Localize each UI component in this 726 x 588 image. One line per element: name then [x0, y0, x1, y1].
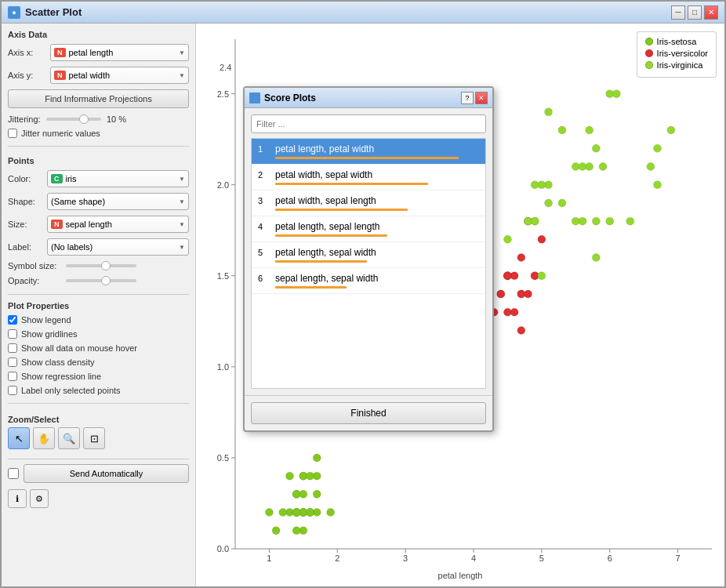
label-selected-label: Label only selected points: [21, 386, 121, 395]
axis-y-badge: N: [54, 71, 66, 80]
opacity-row: Opacity:: [8, 276, 189, 285]
score-list-item[interactable]: 4 petal length, sepal length: [252, 216, 485, 242]
close-button[interactable]: ✕: [704, 5, 718, 20]
score-text: petal length, sepal width: [275, 247, 479, 258]
divider-2: [8, 294, 189, 295]
label-selected-checkbox[interactable]: [8, 386, 17, 395]
axis-y-label: Axis y:: [8, 71, 45, 80]
size-badge: N: [51, 220, 63, 229]
shape-arrow: ▼: [179, 198, 185, 205]
score-bar: [275, 260, 367, 263]
modal-close-button[interactable]: ✕: [475, 92, 488, 104]
score-num: 1: [258, 143, 270, 154]
score-text: petal length, sepal length: [275, 221, 479, 232]
divider-1: [8, 146, 189, 147]
score-list-item[interactable]: 3 petal width, sepal length: [252, 191, 485, 216]
show-all-data-label: Show all data on mouse hover: [21, 343, 137, 353]
zoom-tools: ↖ ✋ 🔍 ⊡: [8, 427, 189, 449]
size-value: sepal length: [66, 220, 176, 229]
zoom-section: Zoom/Select ↖ ✋ 🔍 ⊡: [8, 415, 189, 449]
filter-input[interactable]: [251, 114, 486, 133]
title-bar: ● Scatter Plot ─ □ ✕: [2, 2, 724, 24]
score-bar: [275, 209, 408, 211]
axis-y-row: Axis y: N petal width ▼: [8, 67, 189, 84]
legend-label-setosa: Iris-setosa: [657, 37, 697, 46]
modal-title-text: Score Plots: [264, 93, 316, 103]
send-auto-button[interactable]: Send Automatically: [24, 464, 189, 483]
size-combo[interactable]: N sepal length ▼: [47, 216, 189, 233]
minimize-button[interactable]: ─: [671, 5, 685, 20]
find-projections-button[interactable]: Find Informative Projections: [8, 89, 189, 108]
show-legend-label: Show legend: [21, 315, 71, 325]
show-gridlines-checkbox[interactable]: [8, 329, 17, 339]
select-tool-button[interactable]: ↖: [8, 427, 30, 449]
divider-3: [8, 403, 189, 404]
jitter-numeric-checkbox[interactable]: [8, 129, 17, 138]
jitter-numeric-label: Jitter numeric values: [21, 129, 100, 138]
modal-title-left: Score Plots: [249, 93, 316, 103]
score-text: petal width, sepal length: [275, 195, 479, 206]
axis-y-arrow: ▼: [179, 72, 185, 79]
pan-tool-button[interactable]: ✋: [33, 427, 55, 449]
show-class-density-checkbox[interactable]: [8, 358, 17, 367]
score-bar: [275, 157, 459, 159]
axis-x-arrow: ▼: [179, 49, 185, 56]
score-num: 5: [258, 247, 270, 257]
legend-item-setosa: Iris-setosa: [645, 37, 708, 46]
color-combo[interactable]: C iris ▼: [47, 170, 189, 187]
score-num: 4: [258, 221, 270, 231]
axis-x-combo[interactable]: N petal length ▼: [50, 44, 189, 61]
score-list-item[interactable]: 5 petal length, sepal width: [252, 242, 485, 268]
show-all-data-checkbox[interactable]: [8, 343, 17, 353]
opacity-slider[interactable]: [66, 279, 136, 282]
legend-dot-virginica: [645, 61, 653, 69]
zoom-tool-button[interactable]: 🔍: [58, 427, 80, 449]
show-class-density-row: Show class density: [8, 358, 189, 367]
axis-y-combo[interactable]: N petal width ▼: [50, 67, 189, 84]
modal-icon: [249, 93, 260, 103]
legend: Iris-setosa Iris-versicolor Iris-virgini…: [637, 31, 717, 78]
score-content: petal length, petal width: [275, 143, 479, 162]
window-title: Scatter Plot: [25, 6, 82, 18]
settings-icon-button[interactable]: ⚙: [30, 489, 49, 508]
jitter-slider[interactable]: [46, 118, 101, 121]
score-num: 6: [258, 273, 270, 283]
maximize-button[interactable]: □: [688, 5, 702, 20]
show-legend-row: Show legend: [8, 315, 189, 325]
scatter-plot-icon: ●: [8, 6, 20, 19]
axis-y-value: petal width: [69, 71, 176, 80]
x-axis-label: petal length: [438, 571, 483, 580]
score-list-item[interactable]: 2 petal width, sepal width: [252, 165, 485, 191]
modal-help-button[interactable]: ?: [461, 92, 474, 104]
opacity-label: Opacity:: [8, 276, 63, 285]
show-legend-checkbox[interactable]: [8, 315, 17, 325]
legend-dot-versicolor: [645, 49, 653, 57]
label-value: (No labels): [51, 242, 176, 252]
content-area: Axis Data Axis x: N petal length ▼ Axis …: [2, 24, 724, 586]
title-buttons: ─ □ ✕: [671, 5, 718, 20]
show-regression-checkbox[interactable]: [8, 372, 17, 381]
label-combo[interactable]: (No labels) ▼: [47, 238, 189, 256]
jittering-label: Jittering:: [8, 114, 43, 124]
fit-tool-button[interactable]: ⊡: [83, 427, 105, 449]
info-icon-button[interactable]: ℹ: [8, 489, 27, 508]
symbol-size-slider[interactable]: [66, 264, 136, 267]
shape-label: Shape:: [8, 197, 42, 206]
legend-label-versicolor: Iris-versicolor: [657, 49, 708, 58]
title-bar-left: ● Scatter Plot: [8, 6, 82, 19]
color-label: Color:: [8, 174, 42, 183]
show-gridlines-label: Show gridlines: [21, 329, 78, 339]
size-row: Size: N sepal length ▼: [8, 216, 189, 233]
score-list-item[interactable]: 6 sepal length, sepal width: [252, 268, 485, 294]
axis-data-label: Axis Data: [8, 30, 189, 39]
send-auto-checkbox[interactable]: [8, 468, 19, 479]
score-list-item[interactable]: 1 petal length, petal width: [252, 139, 485, 165]
show-gridlines-row: Show gridlines: [8, 329, 189, 339]
modal-title-buttons: ? ✕: [461, 92, 488, 104]
shape-combo[interactable]: (Same shape) ▼: [47, 193, 189, 210]
jitter-thumb: [79, 114, 89, 124]
finished-button[interactable]: Finished: [251, 402, 486, 424]
color-arrow: ▼: [179, 176, 185, 183]
score-num: 2: [258, 169, 270, 180]
modal-footer: Finished: [245, 395, 492, 430]
